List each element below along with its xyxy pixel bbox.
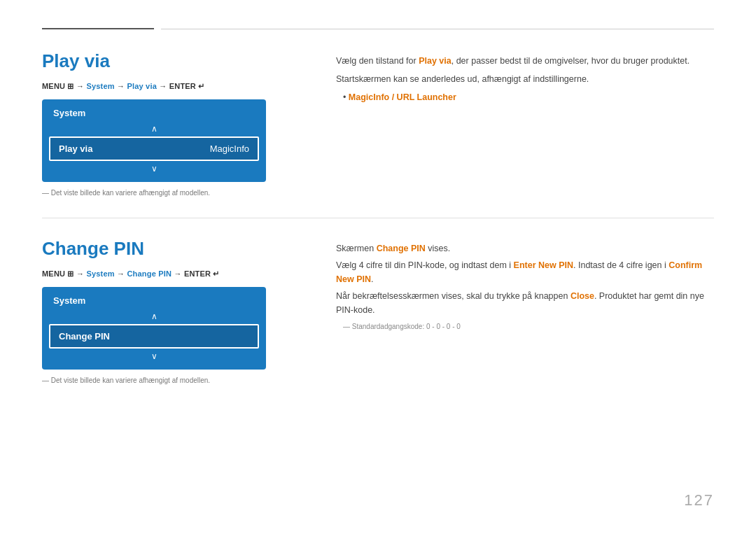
play-via-title: Play via: [42, 50, 308, 72]
change-pin-path: Change PIN: [127, 269, 172, 278]
play-via-desc2: Startskærmen kan se anderledes ud, afhæn…: [336, 72, 714, 86]
play-via-right: Vælg den tilstand for Play via, der pass…: [336, 50, 714, 197]
desc1-pre: Vælg den tilstand for: [336, 56, 419, 66]
desc2-mid: . Indtast de 4 cifre igen i: [573, 260, 668, 270]
system-path-2: System: [86, 269, 114, 278]
desc1-rest: , der passer bedst til de omgivelser, hv…: [451, 56, 690, 66]
play-via-path: Play via: [127, 82, 157, 90]
menu-text: MENU: [42, 82, 67, 90]
desc3-pre: Når bekræftelsesskærmen vises, skal du t…: [336, 291, 570, 301]
play-via-left: Play via MENU ⊞ → System → Play via → EN…: [42, 50, 308, 197]
change-pin-mockup: System ∧ Change PIN ∨: [42, 287, 266, 370]
play-via-menu-path: MENU ⊞ → System → Play via → ENTER ↵: [42, 82, 308, 91]
enter-icon-2: ↵: [213, 269, 219, 278]
desc1-rest-pin: vises.: [426, 244, 450, 253]
section-divider: [42, 218, 714, 218]
desc2-end: .: [371, 274, 373, 284]
change-pin-left: Change PIN MENU ⊞ → System → Change PIN …: [42, 238, 308, 384]
play-via-section: Play via MENU ⊞ → System → Play via → EN…: [42, 50, 714, 197]
desc2-h1: Enter New PIN: [514, 260, 573, 270]
change-pin-row: Change PIN: [49, 324, 259, 349]
change-pin-row-label: Change PIN: [59, 331, 110, 342]
desc1-pre-pin: Skærmen: [336, 244, 377, 253]
play-via-desc1: Vælg den tilstand for Play via, der pass…: [336, 54, 714, 68]
change-pin-section: Change PIN MENU ⊞ → System → Change PIN …: [42, 238, 714, 384]
bullet-label: MagicInfo / URL Launcher: [349, 92, 456, 102]
desc3-h: Close: [570, 291, 594, 301]
play-via-row: Play via MagicInfo: [49, 136, 259, 161]
mockup-system-label-2: System: [42, 295, 266, 311]
arrow-up-2: ∧: [42, 311, 266, 321]
mockup-system-label: System: [42, 108, 266, 124]
change-pin-desc1: Skærmen Change PIN vises.: [336, 241, 714, 255]
play-via-row-label: Play via: [59, 143, 92, 154]
page-number: 127: [684, 491, 714, 510]
bullet-item-1: MagicInfo / URL Launcher: [343, 90, 714, 104]
change-pin-note: ― Det viste billede kan variere afhængig…: [42, 377, 308, 384]
system-path: System: [86, 82, 114, 90]
play-via-mockup: System ∧ Play via MagicInfo ∨: [42, 99, 266, 182]
desc2-pre: Vælg 4 cifre til din PIN-kode, og indtas…: [336, 260, 514, 270]
standard-note: ― Standardadgangskode: 0 - 0 - 0 - 0: [336, 323, 714, 330]
enter-icon-1: ↵: [198, 82, 204, 90]
change-pin-desc2: Vælg 4 cifre til din PIN-kode, og indtas…: [336, 258, 714, 286]
arrow-down-1: ∨: [42, 164, 266, 174]
desc1-highlight-pin: Change PIN: [377, 244, 426, 253]
arrow-up-1: ∧: [42, 124, 266, 134]
play-via-row-value: MagicInfo: [210, 143, 249, 154]
arrow-down-2: ∨: [42, 351, 266, 361]
play-via-note: ― Det viste billede kan variere afhængig…: [42, 189, 308, 197]
top-divider: [42, 28, 714, 29]
change-pin-title: Change PIN: [42, 238, 308, 260]
change-pin-right: Skærmen Change PIN vises. Vælg 4 cifre t…: [336, 238, 714, 384]
play-via-bullets: MagicInfo / URL Launcher: [336, 90, 714, 104]
menu-text-2: MENU: [42, 269, 67, 278]
divider-right: [161, 29, 714, 29]
change-pin-desc3: Når bekræftelsesskærmen vises, skal du t…: [336, 289, 714, 317]
desc1-highlight: Play via: [419, 56, 451, 66]
menu-icon-1: ⊞: [67, 82, 74, 90]
change-pin-menu-path: MENU ⊞ → System → Change PIN → ENTER ↵: [42, 269, 308, 279]
menu-icon-2: ⊞: [67, 269, 74, 278]
divider-left: [42, 28, 154, 29]
